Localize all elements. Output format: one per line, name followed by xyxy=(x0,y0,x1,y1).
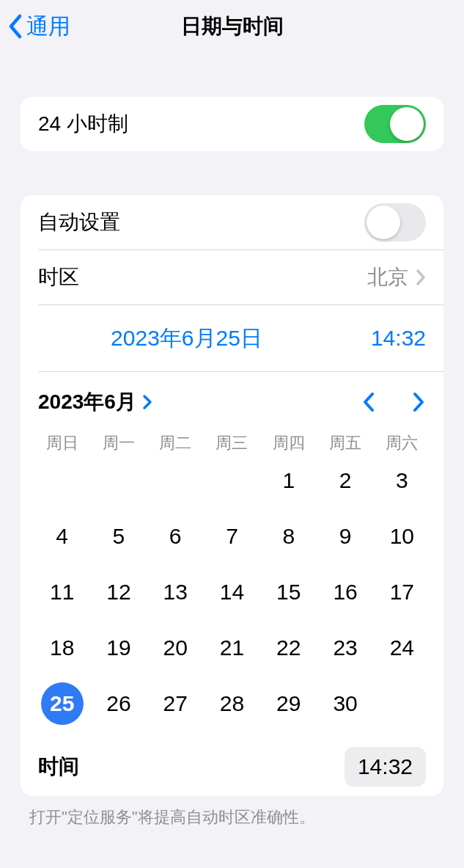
calendar-empty-cell xyxy=(147,457,204,504)
calendar-day[interactable]: 4 xyxy=(34,513,90,560)
calendar-day[interactable]: 20 xyxy=(147,624,204,671)
back-button[interactable]: 通用 xyxy=(6,0,70,53)
weekday-header: 周三 xyxy=(204,432,260,454)
calendar-day[interactable]: 9 xyxy=(317,513,373,560)
calendar-day[interactable]: 10 xyxy=(374,513,430,560)
calendar-day[interactable]: 11 xyxy=(34,569,90,616)
weekday-header: 周六 xyxy=(374,432,430,454)
calendar-day[interactable]: 22 xyxy=(260,624,317,671)
calendar-empty-cell xyxy=(204,457,260,504)
chevron-left-icon xyxy=(6,12,23,41)
calendar-day[interactable]: 30 xyxy=(317,680,373,727)
calendar-day[interactable]: 12 xyxy=(90,569,147,616)
calendar-day[interactable]: 23 xyxy=(317,624,373,671)
next-month-button[interactable] xyxy=(411,391,426,413)
calendar-day[interactable]: 27 xyxy=(147,680,204,727)
calendar-day[interactable]: 13 xyxy=(147,569,204,616)
calendar-empty-cell xyxy=(90,457,147,504)
time-field[interactable]: 14:32 xyxy=(353,326,426,351)
time-row-label: 时间 xyxy=(38,753,79,781)
calendar-day[interactable]: 26 xyxy=(90,680,147,727)
autoset-label: 自动设置 xyxy=(38,208,120,236)
autoset-switch[interactable] xyxy=(364,203,426,241)
hour24-switch[interactable] xyxy=(364,105,426,143)
calendar-day[interactable]: 28 xyxy=(204,680,260,727)
month-label: 2023年6月 xyxy=(38,388,136,416)
calendar-day[interactable]: 21 xyxy=(204,624,260,671)
weekday-header: 周四 xyxy=(260,432,317,454)
calendar-day[interactable]: 29 xyxy=(260,680,317,727)
calendar-empty-cell xyxy=(34,457,90,504)
time-picker-button[interactable]: 14:32 xyxy=(345,747,426,787)
chevron-right-icon xyxy=(142,394,152,410)
calendar-day[interactable]: 19 xyxy=(90,624,147,671)
chevron-right-icon xyxy=(416,269,426,286)
date-field[interactable]: 2023年6月25日 xyxy=(38,324,335,354)
prev-month-button[interactable] xyxy=(361,391,376,413)
calendar-day[interactable]: 25 xyxy=(34,680,90,727)
calendar-day[interactable]: 5 xyxy=(90,513,147,560)
calendar-day[interactable]: 17 xyxy=(374,569,430,616)
calendar-day[interactable]: 14 xyxy=(204,569,260,616)
calendar-day[interactable]: 3 xyxy=(374,457,430,504)
timezone-value: 北京 xyxy=(367,263,408,291)
month-picker-button[interactable]: 2023年6月 xyxy=(38,388,152,416)
weekday-header: 周一 xyxy=(90,432,147,454)
timezone-label: 时区 xyxy=(38,263,79,291)
weekday-header: 周五 xyxy=(317,432,373,454)
calendar-day[interactable]: 1 xyxy=(260,457,317,504)
footer-note: 打开"定位服务"将提高自动时区准确性。 xyxy=(29,806,435,828)
calendar-day[interactable]: 7 xyxy=(204,513,260,560)
weekday-header: 周日 xyxy=(34,432,90,454)
calendar-day[interactable]: 24 xyxy=(374,624,430,671)
calendar-day[interactable]: 16 xyxy=(317,569,373,616)
page-title: 日期与时间 xyxy=(181,12,284,40)
calendar-day[interactable]: 2 xyxy=(317,457,373,504)
back-label: 通用 xyxy=(26,12,70,42)
hour24-label: 24 小时制 xyxy=(38,110,128,138)
timezone-row[interactable]: 时区 北京 xyxy=(21,250,443,304)
calendar-day[interactable]: 8 xyxy=(260,513,317,560)
weekday-header: 周二 xyxy=(147,432,204,454)
calendar-day[interactable]: 18 xyxy=(34,624,90,671)
calendar-day[interactable]: 15 xyxy=(260,569,317,616)
calendar-day[interactable]: 6 xyxy=(147,513,204,560)
